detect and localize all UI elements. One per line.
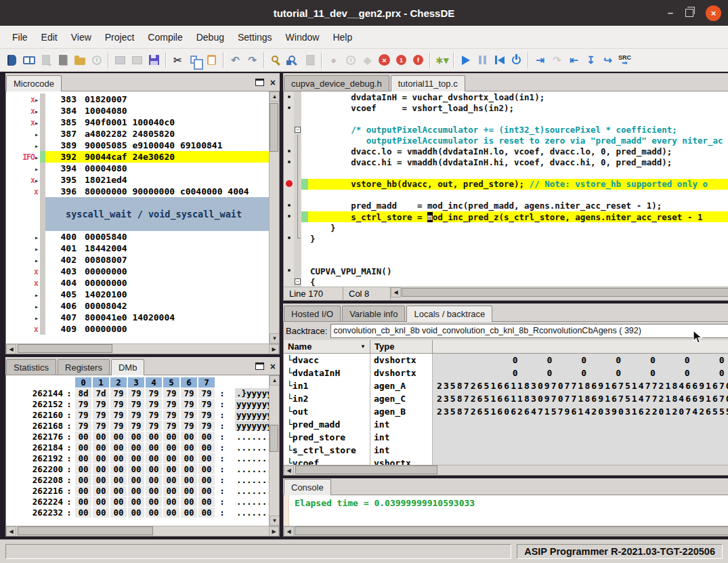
microcode-hscrollbar[interactable]: ◀ ▶	[6, 343, 279, 354]
pause-icon[interactable]	[475, 52, 490, 68]
code-line[interactable]: vstore_hb(dvacc, out, pred_store); // No…	[301, 179, 728, 190]
microcode-row[interactable]: x40300000000	[6, 266, 269, 277]
code-line[interactable]: }	[301, 233, 728, 244]
tab-console[interactable]: Console	[284, 479, 331, 495]
code-line[interactable]: outputPixelAccumulator is reset to zero …	[301, 135, 728, 146]
source-code[interactable]: dvdataInH = vuchar_dvshortx_load(in1); v…	[301, 91, 728, 287]
menu-debug[interactable]: Debug	[190, 28, 231, 47]
fold-marker[interactable]: −	[294, 124, 301, 135]
variable-row[interactable]: └pred_storeint	[284, 431, 728, 444]
memory-row[interactable]: 262200:0000000000000000:........	[6, 463, 269, 474]
microcode-vscrollbar[interactable]: ▲ ▼	[269, 91, 279, 343]
memory-hscrollbar[interactable]: ◀ ▶	[6, 526, 279, 536]
undo-icon[interactable]: ↶	[228, 52, 243, 68]
code-line[interactable]	[301, 255, 728, 266]
microcode-row[interactable]: x40900000000	[6, 323, 269, 335]
microcode-row[interactable]: ▸40118442004	[6, 243, 269, 254]
restore-button[interactable]	[685, 9, 693, 17]
memory-row[interactable]: 262152:7979797979797979:yyyyyyyy	[6, 398, 269, 409]
variable-row[interactable]: └in2agen_C235872651661183097077186916751…	[284, 392, 728, 405]
code-line[interactable]	[301, 113, 728, 124]
restart-icon[interactable]	[492, 52, 507, 68]
next-breakpoint-icon[interactable]: f	[410, 52, 426, 68]
code-line[interactable]	[301, 190, 728, 201]
tab-registers[interactable]: Registers	[58, 359, 110, 375]
cut-icon[interactable]: ✂	[170, 52, 186, 68]
debug-options-icon[interactable]: ∗▾	[434, 52, 450, 68]
variable-row[interactable]: └dvaccdvshortx000000000	[284, 354, 728, 367]
code-line[interactable]: dvacc.lo = vmaddh(dvdataInH.lo, vcoef, d…	[301, 146, 728, 157]
run-icon[interactable]	[458, 52, 473, 68]
fold-collapse-icon[interactable]: −	[295, 127, 301, 133]
variable-row[interactable]: └outagen_B235872651606264715796142039031…	[284, 405, 728, 418]
close-button[interactable]: ×	[706, 5, 721, 21]
variable-row[interactable]: └s_ctrl_storeint	[284, 444, 728, 457]
menu-help[interactable]: Help	[326, 28, 359, 47]
prev-breakpoint-icon[interactable]: 1	[393, 52, 409, 68]
sort-icon[interactable]: ▼	[343, 343, 366, 350]
code-line[interactable]: /* outputPixelAccumulator += (int32_t)so…	[301, 124, 728, 135]
docs-book-icon[interactable]	[4, 52, 20, 68]
redo-icon[interactable]: ↷	[244, 52, 260, 68]
editor-fold-gutter[interactable]: −−	[294, 91, 301, 287]
column-header-type[interactable]: Type	[370, 340, 433, 353]
copy-icon[interactable]	[187, 52, 202, 68]
open-book-icon[interactable]	[21, 52, 37, 68]
close-panel-icon[interactable]: ×	[270, 79, 276, 86]
backtrace-combobox[interactable]: convolution_cb_knl_8b void_convolution_c…	[330, 324, 728, 338]
memory-row[interactable]: 262216:0000000000000000:........	[6, 485, 269, 496]
menu-view[interactable]: View	[64, 28, 98, 47]
microcode-row[interactable]: ▸40600008042	[6, 300, 269, 312]
code-line[interactable]: {	[301, 277, 728, 287]
find-icon[interactable]	[268, 52, 284, 68]
menu-compile[interactable]: Compile	[141, 28, 189, 47]
tab-locals-backtrace[interactable]: Locals / backtrace	[406, 306, 492, 322]
step-out-icon[interactable]: ⇤	[566, 52, 582, 68]
code-line[interactable]	[301, 244, 728, 255]
locals-hscrollbar[interactable]: ◀ ▶	[284, 465, 728, 475]
code-line[interactable]: pred_madd = mod_inc(pred_madd, agens.nit…	[301, 201, 728, 211]
code-line[interactable]: vcoef = vshort_load_hs(in2);	[301, 102, 728, 113]
tab-tutorial11-top-c[interactable]: tutorial11_top.c	[391, 75, 465, 91]
microcode-row[interactable]: ▸39400004080	[6, 163, 269, 174]
tab-statistics[interactable]: Statistics	[6, 359, 56, 375]
memory-row[interactable]: 262168:7979797979797979:yyyyyyyy	[6, 420, 269, 431]
delete-breakpoints-icon[interactable]: ×	[377, 52, 392, 68]
microcode-row[interactable]: x39680000000 90000000 c0040000 4004	[6, 186, 269, 197]
menu-file[interactable]: File	[5, 28, 35, 47]
tab-microcode[interactable]: Microcode	[6, 75, 62, 91]
new-file-icon[interactable]	[55, 52, 70, 68]
minimize-button[interactable]: –	[668, 9, 673, 16]
microcode-row[interactable]: x40400000000	[6, 277, 269, 289]
tab-variable-info[interactable]: Variable info	[342, 306, 405, 321]
microcode-row[interactable]: x▸38301820007	[6, 93, 269, 105]
run-to-cursor-icon[interactable]: ↪	[600, 52, 616, 68]
variable-row[interactable]: └vcoefvshortx	[284, 457, 728, 465]
memory-row[interactable]: 262208:0000000000000000:........	[6, 474, 269, 485]
memory-row[interactable]: 262184:0000000000000000:........	[6, 442, 269, 453]
memory-row[interactable]: 262224:0000000000000000:........	[6, 496, 269, 507]
menu-window[interactable]: Window	[279, 28, 326, 47]
breakpoint-marker[interactable]	[284, 178, 294, 189]
memory-row[interactable]: 262192:0000000000000000:........	[6, 453, 269, 463]
open-file-icon[interactable]	[72, 52, 87, 68]
code-line[interactable]: s_ctrl_store = mod_inc_pred_z(s_ctrl_sto…	[301, 211, 728, 222]
source-step-icon[interactable]: SRC⇒	[617, 52, 633, 68]
tab-cupva-device-debug-h[interactable]: cupva_device_debug.h	[284, 75, 389, 91]
step-into-icon[interactable]: ⇥	[532, 52, 548, 68]
variable-row[interactable]: └in1agen_A235872651661183097077186916751…	[284, 379, 728, 392]
variable-row[interactable]: └dvdataInHdvshortx000000000	[284, 367, 728, 379]
float-panel-icon[interactable]	[255, 362, 264, 370]
microcode-row[interactable]: ▸40200808007	[6, 254, 269, 266]
step-instruction-icon[interactable]: ↧	[583, 52, 599, 68]
memory-vscrollbar[interactable]: ▲ ▼	[269, 375, 279, 526]
paste-icon[interactable]	[204, 52, 219, 68]
close-panel-icon[interactable]: ×	[270, 363, 276, 370]
power-icon[interactable]	[509, 52, 524, 68]
fold-collapse-icon[interactable]: −	[295, 278, 301, 285]
microcode-row[interactable]: IFO▸39290044caf 24e30620	[6, 151, 269, 163]
code-line[interactable]: }	[301, 222, 728, 233]
find-in-files-icon[interactable]	[285, 52, 301, 68]
microcode-row[interactable]: x▸39518021ed4	[6, 174, 269, 186]
fold-marker[interactable]: −	[294, 276, 301, 287]
